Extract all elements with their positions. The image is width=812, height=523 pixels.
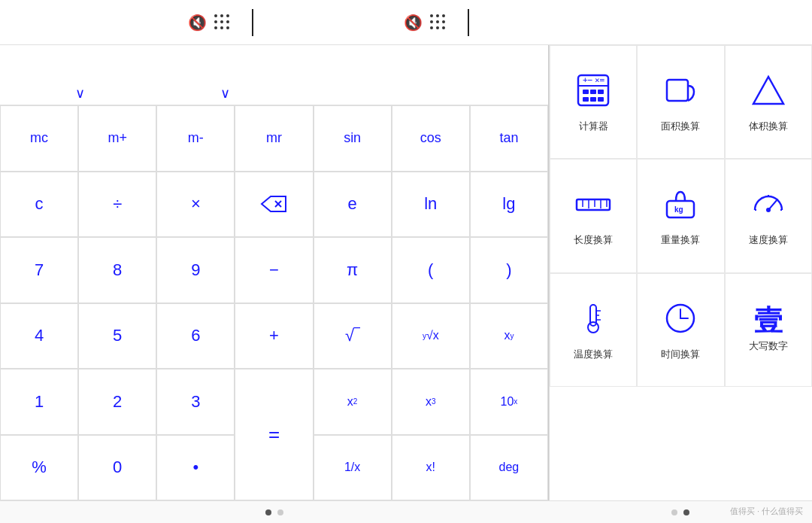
tool-volume[interactable]: 体积换算 xyxy=(725,45,812,159)
chevron-left: ∨ xyxy=(75,85,85,102)
key-multiply[interactable]: × xyxy=(156,172,235,238)
key-mc[interactable]: mc xyxy=(0,105,78,172)
key-pi[interactable]: π xyxy=(314,237,392,303)
key-reciprocal[interactable]: 1/x xyxy=(314,435,392,501)
tool-area-label: 面积换算 xyxy=(661,120,700,133)
svg-text:+−: +− xyxy=(583,75,593,85)
key-divide[interactable]: ÷ xyxy=(78,172,156,238)
main-content: ∨ ∨ mc m+ m- mr sin cos tan c ÷ × xyxy=(0,45,812,500)
key-c[interactable]: c xyxy=(0,172,78,238)
key-dot[interactable]: • xyxy=(156,435,235,501)
key-factorial[interactable]: x! xyxy=(392,435,470,501)
volume-icon xyxy=(749,71,788,115)
svg-marker-13 xyxy=(753,77,783,104)
key-xsq[interactable]: x2 xyxy=(314,369,392,435)
speed-icon xyxy=(749,184,788,229)
key-tan[interactable]: tan xyxy=(470,105,548,172)
key-3[interactable]: 3 xyxy=(156,369,235,435)
grid-dots-left xyxy=(214,14,231,31)
temperature-icon xyxy=(574,299,613,343)
tool-temperature[interactable]: 温度换算 xyxy=(550,273,637,387)
key-5[interactable]: 5 xyxy=(78,303,156,369)
tool-weight[interactable]: kg 重量换算 xyxy=(637,159,724,272)
tool-speed[interactable]: 速度换算 xyxy=(725,159,812,272)
key-backspace[interactable] xyxy=(235,172,313,238)
svg-rect-7 xyxy=(590,90,596,94)
key-mplus[interactable]: m+ xyxy=(78,105,156,172)
dot-right-1 xyxy=(671,509,677,515)
svg-rect-12 xyxy=(667,80,688,101)
key-9[interactable]: 9 xyxy=(156,237,235,303)
dot-right-2 xyxy=(683,509,689,515)
key-xcube[interactable]: x3 xyxy=(392,369,470,435)
key-e[interactable]: e xyxy=(314,172,392,238)
svg-text:kg: kg xyxy=(674,205,683,214)
svg-point-30 xyxy=(588,322,598,333)
time-icon xyxy=(661,299,700,343)
tool-temperature-label: 温度换算 xyxy=(574,348,613,361)
chevron-right: ∨ xyxy=(220,85,230,102)
tool-uppercase-label: 大写数字 xyxy=(749,339,788,353)
svg-point-25 xyxy=(766,208,771,212)
key-sqrt[interactable]: √‾ xyxy=(314,303,392,369)
tool-area[interactable]: 面积换算 xyxy=(637,45,724,159)
mute-icon-left: 🔇 xyxy=(188,14,207,32)
display-chevrons: ∨ ∨ xyxy=(75,85,230,102)
tool-time[interactable]: 时间换算 xyxy=(637,273,724,387)
tool-volume-label: 体积换算 xyxy=(749,120,788,133)
key-mminus[interactable]: m- xyxy=(156,105,235,172)
key-cos[interactable]: cos xyxy=(392,105,470,172)
svg-text:×=: ×= xyxy=(595,75,605,85)
key-8[interactable]: 8 xyxy=(78,237,156,303)
tool-weight-label: 重量换算 xyxy=(661,233,700,247)
key-lparen[interactable]: ( xyxy=(392,237,470,303)
key-nthroot[interactable]: y√x xyxy=(392,303,470,369)
key-10x[interactable]: 10x xyxy=(470,369,548,435)
key-minus[interactable]: − xyxy=(235,237,313,303)
key-sin[interactable]: sin xyxy=(314,105,392,172)
key-percent[interactable]: % xyxy=(0,435,78,501)
tool-length-label: 长度换算 xyxy=(574,233,613,247)
cursor-left xyxy=(252,9,253,36)
key-rparen[interactable]: ) xyxy=(470,237,548,303)
svg-rect-8 xyxy=(598,90,604,94)
cursor-right xyxy=(468,9,469,36)
display-area: ∨ ∨ xyxy=(0,45,548,105)
key-xpowy[interactable]: xy xyxy=(470,303,548,369)
key-1[interactable]: 1 xyxy=(0,369,78,435)
tool-speed-label: 速度换算 xyxy=(749,233,788,247)
key-plus[interactable]: + xyxy=(235,303,313,369)
svg-rect-11 xyxy=(598,97,604,102)
dots-left xyxy=(0,509,549,515)
keypad: mc m+ m- mr sin cos tan c ÷ × e ln lg 7 xyxy=(0,105,548,500)
key-6[interactable]: 6 xyxy=(156,303,235,369)
bottom-dots xyxy=(0,500,812,523)
key-deg[interactable]: deg xyxy=(470,435,548,501)
tool-time-label: 时间换算 xyxy=(661,348,700,361)
key-mr[interactable]: mr xyxy=(235,105,313,172)
key-0[interactable]: 0 xyxy=(78,435,156,501)
tool-calculator-label: 计算器 xyxy=(579,120,608,133)
area-icon xyxy=(661,71,700,115)
tool-length[interactable]: 长度换算 xyxy=(550,159,637,272)
calculator-panel: ∨ ∨ mc m+ m- mr sin cos tan c ÷ × xyxy=(0,45,549,500)
svg-rect-9 xyxy=(583,97,589,102)
tool-uppercase[interactable]: 壹 大写数字 xyxy=(725,273,812,387)
watermark: 值得买 · 什么值得买 xyxy=(730,506,803,517)
grid-dots-mid xyxy=(430,14,447,31)
svg-rect-6 xyxy=(583,90,589,94)
key-equals[interactable]: = xyxy=(235,369,313,500)
key-ln[interactable]: ln xyxy=(392,172,470,238)
tool-calculator[interactable]: +− ×= 计算器 xyxy=(550,45,637,159)
backspace-icon xyxy=(260,195,287,213)
dot-left-2 xyxy=(277,509,283,515)
mute-icon-mid: 🔇 xyxy=(404,14,423,32)
key-2[interactable]: 2 xyxy=(78,369,156,435)
top-bar-left: 🔇 🔇 xyxy=(8,9,534,36)
key-lg[interactable]: lg xyxy=(470,172,548,238)
key-4[interactable]: 4 xyxy=(0,303,78,369)
length-icon xyxy=(574,184,613,229)
key-7[interactable]: 7 xyxy=(0,237,78,303)
right-panel: +− ×= 计算器 面积换算 xyxy=(549,45,812,500)
weight-icon: kg xyxy=(661,184,700,229)
